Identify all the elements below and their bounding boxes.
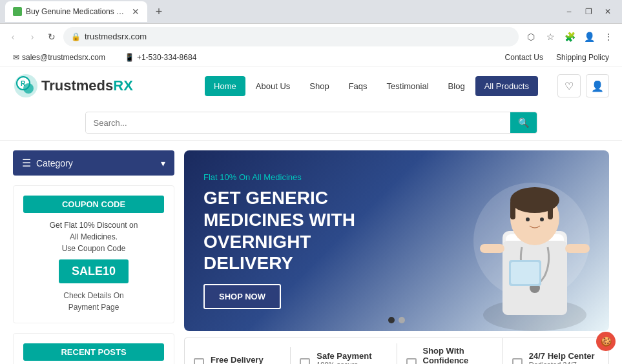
phone-text: +1-530-334-8684: [137, 53, 196, 62]
contact-us-link[interactable]: Contact Us: [505, 53, 543, 62]
category-button[interactable]: ☰ Category ▾: [13, 150, 174, 176]
active-tab[interactable]: Buy Genuine Medications Onli... ✕: [5, 1, 147, 22]
free-delivery-title: Free Delivery: [211, 355, 280, 365]
search-input[interactable]: [86, 113, 510, 133]
help-center-checkbox: [512, 358, 523, 364]
svg-rect-18: [511, 262, 539, 284]
cast-button[interactable]: ⬡: [523, 28, 539, 45]
hero-title-line2: OVERNIGHT DELIVERY: [203, 232, 311, 274]
email-icon: ✉: [13, 53, 19, 62]
main-content: ☰ Category ▾ COUPON CODE Get Flat 10% Di…: [0, 141, 622, 364]
search-area: 🔍: [0, 105, 622, 141]
nav-all-products[interactable]: All Products: [475, 76, 538, 96]
logo[interactable]: R TrustmedsRX: [13, 73, 133, 99]
hero-title: GET GENERIC MEDICINES WITH OVERNIGHT DEL…: [203, 187, 399, 274]
svg-point-12: [526, 217, 530, 221]
new-tab-button[interactable]: +: [150, 3, 168, 21]
nav-home[interactable]: Home: [205, 76, 245, 96]
feature-bar: Free Delivery For all oders over $99 Saf…: [184, 338, 609, 364]
coupon-line1: Get Flat 10% Discount on: [50, 221, 138, 230]
shipping-policy-link[interactable]: Shipping Policy: [556, 53, 609, 62]
check-details-line2: Payment Page: [68, 303, 119, 312]
svg-rect-11: [548, 200, 553, 219]
feature-free-delivery: Free Delivery For all oders over $99: [185, 347, 291, 365]
safe-payment-title: Safe Payment: [316, 351, 387, 361]
window-controls: – ❐ ✕: [560, 3, 617, 21]
wishlist-button[interactable]: ♡: [557, 74, 581, 97]
profile-button[interactable]: 👤: [581, 28, 597, 45]
menu-icon: ☰: [22, 157, 31, 169]
shop-now-button[interactable]: SHOP NOW: [203, 284, 281, 309]
coupon-description: Get Flat 10% Discount on All Medicines. …: [23, 219, 164, 254]
address-actions: ⬡ ☆ 🧩 👤 ⋮: [523, 28, 617, 45]
minimize-button[interactable]: –: [560, 3, 578, 21]
tab-close-button[interactable]: ✕: [132, 6, 140, 17]
top-links: Contact Us Shipping Policy: [505, 53, 609, 62]
more-button[interactable]: ⋮: [600, 28, 617, 45]
phone-info: 📱 +1-530-334-8684: [125, 53, 196, 62]
safe-payment-sub: 100% secure payment: [316, 361, 387, 365]
coupon-header: COUPON CODE: [23, 196, 164, 213]
shop-confidence-checkbox: [406, 358, 417, 364]
check-details-text: Check Details On Payment Page: [23, 290, 164, 313]
coupon-line3: Use Coupon Code: [62, 244, 126, 253]
nurse-illustration: [461, 150, 609, 331]
main-nav: Home About Us Shop Faqs Testimonial Blog…: [205, 76, 538, 96]
nav-shop[interactable]: Shop: [300, 76, 338, 96]
nav-blog[interactable]: Blog: [439, 76, 474, 96]
browser-chrome: Buy Genuine Medications Onli... ✕ + – ❐ …: [0, 0, 622, 49]
account-button[interactable]: 👤: [586, 74, 609, 97]
logo-icon: R: [13, 73, 39, 99]
nav-faqs[interactable]: Faqs: [340, 76, 377, 96]
nav-testimonial[interactable]: Testimonial: [378, 76, 438, 96]
hero-flat-text: Flat 10% On All Medicines: [203, 172, 399, 182]
hero-content: Flat 10% On All Medicines GET GENERIC ME…: [184, 153, 418, 328]
close-window-button[interactable]: ✕: [599, 3, 617, 21]
feature-help-center: 24/7 Help Center Dedicated 24/7 support: [503, 343, 608, 365]
coupon-box: COUPON CODE Get Flat 10% Discount on All…: [13, 185, 174, 323]
recent-posts-header: RECENT POSTS: [23, 343, 164, 361]
cookie-badge[interactable]: 🍪: [596, 332, 616, 351]
email-text: sales@trustmedsrx.com: [22, 53, 105, 62]
svg-rect-15: [480, 244, 504, 253]
feature-safe-payment: Safe Payment 100% secure payment: [291, 343, 397, 365]
shop-confidence-title: Shop With Confidence: [423, 346, 493, 364]
restore-button[interactable]: ❐: [579, 3, 597, 21]
extension-button[interactable]: 🧩: [561, 28, 578, 45]
category-label: Category: [36, 158, 73, 168]
back-button[interactable]: ‹: [5, 29, 21, 45]
url-box[interactable]: 🔒 trustmedsrx.com: [63, 27, 519, 46]
feature-shop-confidence: Shop With Confidence If goods have probl…: [397, 338, 503, 364]
top-info-bar: ✉ sales@trustmedsrx.com 📱 +1-530-334-868…: [0, 49, 622, 66]
tab-bar: Buy Genuine Medications Onli... ✕ + – ❐ …: [0, 0, 622, 23]
website: ✉ sales@trustmedsrx.com 📱 +1-530-334-868…: [0, 49, 622, 364]
check-details-line1: Check Details On: [63, 291, 123, 300]
tab-title: Buy Genuine Medications Onli...: [26, 7, 128, 16]
forward-button[interactable]: ›: [25, 29, 40, 45]
svg-rect-16: [565, 244, 590, 253]
safe-payment-checkbox: [300, 358, 310, 364]
hero-image-area: [441, 150, 609, 331]
site-header: R TrustmedsRX Home About Us Shop Faqs Te…: [0, 66, 622, 105]
hero-title-line1: GET GENERIC MEDICINES WITH: [203, 188, 355, 230]
tab-favicon: [13, 7, 22, 16]
header-icons: ♡ 👤: [557, 74, 609, 97]
sidebar: ☰ Category ▾ COUPON CODE Get Flat 10% Di…: [13, 141, 174, 364]
email-info: ✉ sales@trustmedsrx.com: [13, 53, 105, 62]
address-bar: ‹ › ↻ 🔒 trustmedsrx.com ⬡ ☆ 🧩 👤 ⋮: [0, 23, 622, 49]
refresh-button[interactable]: ↻: [44, 29, 59, 45]
help-center-title: 24/7 Help Center: [529, 351, 599, 361]
url-text: trustmedsrx.com: [85, 32, 147, 41]
svg-point-13: [540, 217, 544, 221]
hero-area: Flat 10% On All Medicines GET GENERIC ME…: [184, 141, 609, 364]
lock-icon: 🔒: [71, 32, 81, 41]
bookmark-button[interactable]: ☆: [542, 28, 559, 45]
coupon-code: SALE10: [59, 259, 129, 283]
search-button[interactable]: 🔍: [510, 112, 537, 133]
coupon-line2: All Medicines.: [70, 232, 118, 241]
chevron-down-icon: ▾: [161, 158, 165, 168]
logo-text: TrustmedsRX: [41, 77, 133, 94]
search-wrapper: 🔍: [85, 112, 537, 134]
svg-rect-10: [510, 200, 515, 219]
nav-about[interactable]: About Us: [247, 76, 299, 96]
